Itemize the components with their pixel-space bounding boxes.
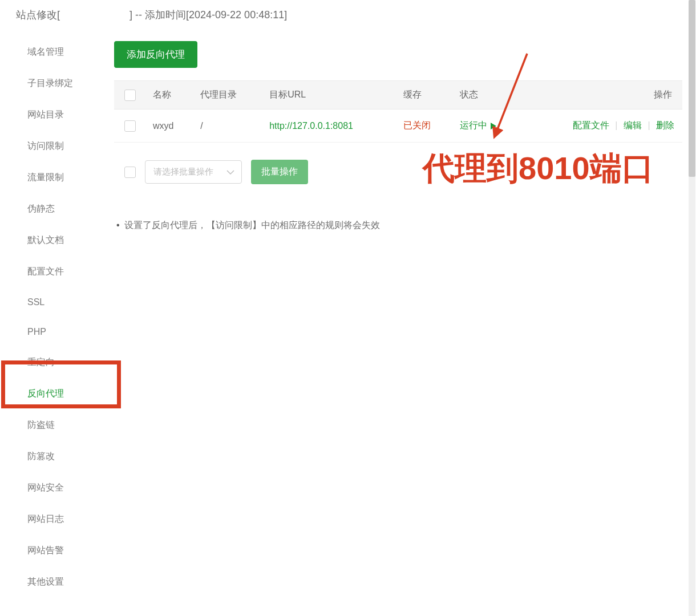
sidebar-item-config-file[interactable]: 配置文件 bbox=[0, 256, 100, 287]
header-title-left: 站点修改[ bbox=[16, 9, 60, 21]
sidebar: 域名管理 子目录绑定 网站目录 访问限制 流量限制 伪静态 默认文档 配置文件 … bbox=[0, 33, 100, 616]
sidebar-item-tamper[interactable]: 防篡改 bbox=[0, 441, 100, 472]
sidebar-item-rewrite[interactable]: 伪静态 bbox=[0, 193, 100, 225]
sidebar-item-hotlink[interactable]: 防盗链 bbox=[0, 410, 100, 441]
table-row: wxyd / http://127.0.0.1:8081 已关闭 运行中 配置文… bbox=[114, 110, 682, 143]
op-edit[interactable]: 编辑 bbox=[624, 120, 642, 130]
sidebar-item-traffic-limit[interactable]: 流量限制 bbox=[0, 162, 100, 193]
cell-run-status[interactable]: 运行中 bbox=[460, 120, 496, 132]
sidebar-item-php[interactable]: PHP bbox=[0, 317, 100, 347]
batch-select[interactable]: 请选择批量操作 bbox=[145, 160, 242, 184]
play-icon bbox=[491, 123, 496, 129]
batch-select-placeholder: 请选择批量操作 bbox=[153, 167, 213, 176]
op-config-file[interactable]: 配置文件 bbox=[573, 120, 609, 130]
sidebar-item-access-limit[interactable]: 访问限制 bbox=[0, 131, 100, 162]
cell-dir: / bbox=[193, 110, 262, 143]
op-delete[interactable]: 删除 bbox=[656, 120, 674, 130]
sidebar-item-ssl[interactable]: SSL bbox=[0, 287, 100, 317]
col-status: 状态 bbox=[453, 81, 522, 110]
sidebar-item-redirect[interactable]: 重定向 bbox=[0, 347, 100, 378]
sidebar-item-webroot[interactable]: 网站目录 bbox=[0, 99, 100, 131]
proxy-table: 名称 代理目录 目标URL 缓存 状态 操作 wxyd / http://127… bbox=[114, 80, 682, 143]
sidebar-item-security[interactable]: 网站安全 bbox=[0, 472, 100, 504]
batch-action-button[interactable]: 批量操作 bbox=[251, 160, 308, 184]
add-reverse-proxy-button[interactable]: 添加反向代理 bbox=[114, 41, 197, 68]
col-ops: 操作 bbox=[522, 81, 682, 110]
note-text: 设置了反向代理后，【访问限制】中的相应路径的规则将会失效 bbox=[114, 220, 682, 232]
separator-icon: | bbox=[648, 120, 650, 130]
header-title-right: ] -- 添加时间[2024-09-22 00:48:11] bbox=[130, 9, 287, 21]
cell-cache-status[interactable]: 已关闭 bbox=[403, 120, 431, 130]
status-text: 运行中 bbox=[460, 120, 487, 132]
batch-row: 请选择批量操作 批量操作 bbox=[114, 160, 682, 184]
sidebar-item-logs[interactable]: 网站日志 bbox=[0, 504, 100, 535]
sidebar-item-domain[interactable]: 域名管理 bbox=[0, 37, 100, 68]
col-url: 目标URL bbox=[262, 81, 396, 110]
table-header-row: 名称 代理目录 目标URL 缓存 状态 操作 bbox=[114, 81, 682, 110]
sidebar-item-default-doc[interactable]: 默认文档 bbox=[0, 225, 100, 256]
col-name: 名称 bbox=[146, 81, 193, 110]
separator-icon: | bbox=[615, 120, 617, 130]
modal-header: 站点修改[ ] -- 添加时间[2024-09-22 00:48:11] bbox=[0, 0, 696, 33]
col-cache: 缓存 bbox=[396, 81, 453, 110]
cell-target-url[interactable]: http://127.0.0.1:8081 bbox=[269, 121, 353, 131]
col-dir: 代理目录 bbox=[193, 81, 262, 110]
batch-checkbox[interactable] bbox=[124, 167, 136, 178]
sidebar-item-subdir[interactable]: 子目录绑定 bbox=[0, 68, 100, 99]
sidebar-item-reverse-proxy[interactable]: 反向代理 bbox=[0, 378, 100, 410]
main-panel: 添加反向代理 名称 代理目录 目标URL 缓存 状态 操作 wxyd / bbox=[100, 33, 696, 616]
sidebar-item-alert[interactable]: 网站告警 bbox=[0, 535, 100, 566]
cell-name: wxyd bbox=[146, 110, 193, 143]
select-all-checkbox[interactable] bbox=[124, 90, 136, 101]
sidebar-item-other[interactable]: 其他设置 bbox=[0, 566, 100, 598]
chevron-down-icon bbox=[226, 169, 234, 175]
row-checkbox[interactable] bbox=[124, 120, 136, 132]
